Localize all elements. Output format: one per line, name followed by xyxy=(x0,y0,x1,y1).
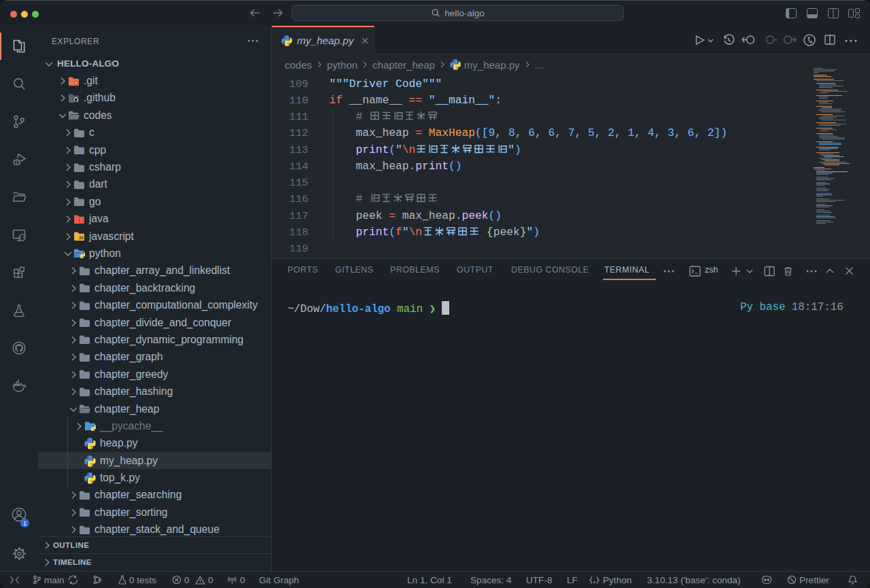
svg-text:JS: JS xyxy=(79,236,84,240)
